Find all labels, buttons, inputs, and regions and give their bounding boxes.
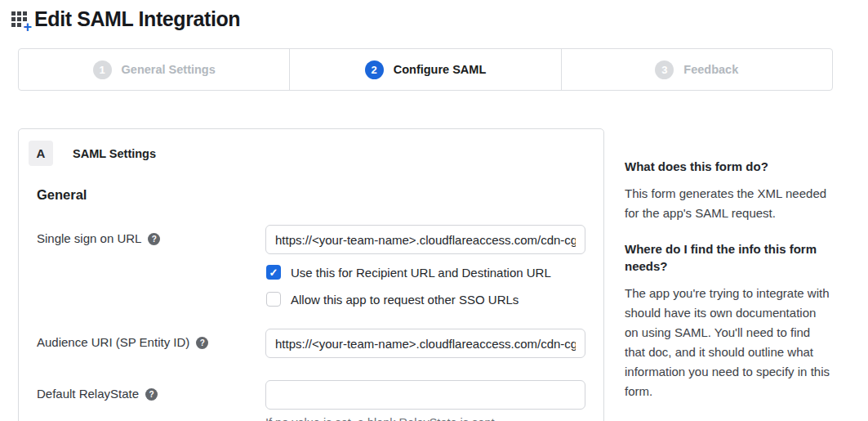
plus-icon: + [23,20,32,34]
checkbox-row-recipient-url: ✓ Use this for Recipient URL and Destina… [266,265,585,280]
help-body: This form generates the XML needed for t… [625,184,830,223]
help-sidebar: What does this form do? This form genera… [625,128,830,401]
help-section-what: What does this form do? This form genera… [625,159,830,223]
field-default-relaystate: Default RelayState ? If no value is set,… [37,380,585,421]
step-number-badge: 2 [365,60,384,79]
checkbox-label: Use this for Recipient URL and Destinati… [291,266,551,280]
step-number-badge: 1 [93,60,112,79]
field-audience-uri: Audience URI (SP Entity ID) ? [37,329,585,358]
help-icon[interactable]: ? [145,388,158,401]
wizard-stepper: 1 General Settings 2 Configure SAML 3 Fe… [18,48,833,91]
audience-uri-input[interactable] [265,329,585,358]
checkbox-row-other-sso-urls: Allow this app to request other SSO URLs [266,292,585,307]
recipient-url-checkbox[interactable]: ✓ [266,265,281,280]
panel-header: A SAML Settings [29,141,585,166]
saml-settings-panel: A SAML Settings General Single sign on U… [18,128,604,421]
single-sign-on-url-input[interactable] [265,225,585,254]
help-heading: Where do I find the info this form needs… [625,241,830,275]
step-label: General Settings [122,63,216,76]
help-icon[interactable]: ? [148,233,160,245]
general-section-heading: General [37,187,585,203]
page-header: + Edit SAML Integration [0,0,868,31]
field-single-sign-on-url: Single sign on URL ? ✓ Use this for Reci… [37,225,585,307]
relaystate-hint: If no value is set, a blank RelayState i… [265,416,585,421]
help-heading: What does this form do? [625,159,830,175]
panel-title: SAML Settings [73,147,156,160]
step-configure-saml[interactable]: 2 Configure SAML [289,49,560,90]
default-relaystate-input[interactable] [265,380,585,410]
help-icon[interactable]: ? [196,337,208,349]
step-feedback[interactable]: 3 Feedback [561,49,832,90]
field-label: Audience URI (SP Entity ID) [37,335,189,349]
checkbox-label: Allow this app to request other SSO URLs [291,293,519,307]
checkmark-icon: ✓ [269,267,278,278]
content-area: A SAML Settings General Single sign on U… [18,128,868,421]
field-label: Default RelayState [37,387,139,401]
step-general-settings[interactable]: 1 General Settings [19,49,289,90]
other-sso-urls-checkbox[interactable] [266,292,281,307]
add-app-grid-icon: + [11,10,31,29]
help-body: The app you're trying to integrate with … [625,284,830,401]
help-section-where: Where do I find the info this form needs… [625,241,830,401]
step-number-badge: 3 [655,60,674,79]
page-title: Edit SAML Integration [34,7,240,31]
step-label: Configure SAML [394,63,487,76]
field-label: Single sign on URL [37,231,141,245]
section-a-badge: A [29,141,53,166]
step-label: Feedback [683,63,738,76]
